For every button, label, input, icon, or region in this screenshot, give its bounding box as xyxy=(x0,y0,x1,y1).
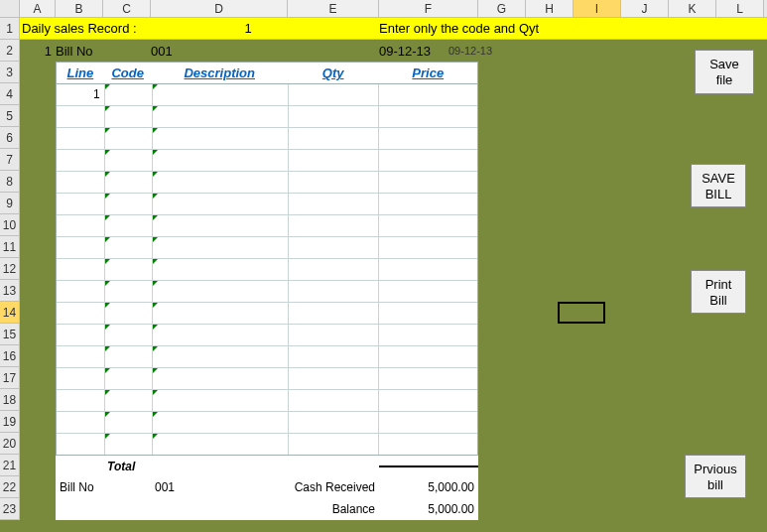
col-header-B[interactable]: B xyxy=(56,0,103,17)
row-header-2[interactable]: 2 xyxy=(0,40,20,62)
bill-header-code[interactable]: Code xyxy=(104,63,152,83)
cell-line[interactable] xyxy=(57,237,104,258)
cell-code[interactable] xyxy=(104,172,152,193)
cell-desc[interactable] xyxy=(152,194,288,214)
cell-code[interactable] xyxy=(104,106,152,127)
cell-qty[interactable] xyxy=(288,390,379,411)
bill-header-qty[interactable]: Qty xyxy=(288,63,379,83)
row-header-14[interactable]: 14 xyxy=(0,302,20,324)
bill-header-desc[interactable]: Description xyxy=(152,63,288,83)
cell-line[interactable] xyxy=(57,172,104,193)
cell-desc[interactable] xyxy=(152,303,288,324)
cell-line[interactable] xyxy=(57,106,104,127)
col-header-I[interactable]: I xyxy=(574,0,621,17)
row-header-10[interactable]: 10 xyxy=(0,214,20,236)
row-header-22[interactable]: 22 xyxy=(0,476,20,498)
row-header-11[interactable]: 11 xyxy=(0,236,20,258)
row-header-16[interactable]: 16 xyxy=(0,345,20,367)
cell-line[interactable] xyxy=(57,434,104,455)
cell-desc[interactable] xyxy=(152,412,288,433)
cell-price[interactable] xyxy=(378,368,477,389)
row-header-9[interactable]: 9 xyxy=(0,193,20,214)
cell-code[interactable] xyxy=(104,346,152,367)
cell-qty[interactable] xyxy=(288,194,379,214)
col-header-H[interactable]: H xyxy=(526,0,574,17)
cell-price[interactable] xyxy=(378,172,477,193)
col-header-G[interactable]: G xyxy=(478,0,526,17)
row-header-7[interactable]: 7 xyxy=(0,149,20,171)
cell-code[interactable] xyxy=(104,325,152,345)
cell-desc[interactable] xyxy=(152,325,288,345)
cell-code[interactable] xyxy=(104,237,152,258)
cell-line[interactable] xyxy=(57,346,104,367)
previous-bill-button[interactable]: Prvious bill xyxy=(685,455,746,498)
bill-header-price[interactable]: Price xyxy=(378,63,477,83)
cell-price[interactable] xyxy=(378,303,477,324)
cell-desc[interactable] xyxy=(152,150,288,171)
cell-price[interactable] xyxy=(378,412,477,433)
cell-qty[interactable] xyxy=(288,84,379,105)
cell-qty[interactable] xyxy=(288,368,379,389)
cell-desc[interactable] xyxy=(152,368,288,389)
cell-qty[interactable] xyxy=(288,281,379,302)
cell-price[interactable] xyxy=(378,237,477,258)
cell-code[interactable] xyxy=(104,303,152,324)
col-header-D[interactable]: D xyxy=(151,0,288,17)
cell-desc[interactable] xyxy=(152,434,288,455)
cell-price[interactable] xyxy=(378,84,477,105)
cell-line[interactable] xyxy=(57,303,104,324)
cell-price[interactable] xyxy=(378,434,477,455)
cell-price[interactable] xyxy=(378,259,477,280)
col-header-K[interactable]: K xyxy=(669,0,716,17)
bill-header-line[interactable]: Line xyxy=(57,63,104,83)
col-header-E[interactable]: E xyxy=(288,0,379,17)
cell-desc[interactable] xyxy=(152,215,288,236)
cell-price[interactable] xyxy=(378,128,477,149)
cell-line[interactable] xyxy=(57,412,104,433)
row-header-3[interactable]: 3 xyxy=(0,62,20,83)
cell-line[interactable] xyxy=(57,281,104,302)
cell-qty[interactable] xyxy=(288,412,379,433)
cell-line[interactable] xyxy=(57,215,104,236)
cell-desc[interactable] xyxy=(152,259,288,280)
save-file-button[interactable]: Save file xyxy=(695,50,754,94)
cell-price[interactable] xyxy=(378,390,477,411)
cell-line[interactable]: 1 xyxy=(57,84,104,105)
cell-code[interactable] xyxy=(104,412,152,433)
cell-qty[interactable] xyxy=(288,346,379,367)
cell-price[interactable] xyxy=(378,325,477,345)
cell-desc[interactable] xyxy=(152,84,288,105)
row-header-5[interactable]: 5 xyxy=(0,105,20,127)
cell-qty[interactable] xyxy=(288,325,379,345)
cell-price[interactable] xyxy=(378,106,477,127)
row-header-13[interactable]: 13 xyxy=(0,280,20,302)
cell-qty[interactable] xyxy=(288,215,379,236)
cell-price[interactable] xyxy=(378,215,477,236)
cell-line[interactable] xyxy=(57,390,104,411)
col-header-C[interactable]: C xyxy=(103,0,151,17)
cell-price[interactable] xyxy=(378,346,477,367)
cell-desc[interactable] xyxy=(152,128,288,149)
select-all-corner[interactable] xyxy=(0,0,20,17)
cell-code[interactable] xyxy=(104,215,152,236)
row-header-19[interactable]: 19 xyxy=(0,411,20,433)
cell-line[interactable] xyxy=(57,368,104,389)
cell-desc[interactable] xyxy=(152,346,288,367)
row-header-20[interactable]: 20 xyxy=(0,433,20,455)
col-header-F[interactable]: F xyxy=(379,0,478,17)
row-header-21[interactable]: 21 xyxy=(0,455,20,476)
cell-desc[interactable] xyxy=(152,106,288,127)
col-header-A[interactable]: A xyxy=(20,0,56,17)
cell-desc[interactable] xyxy=(152,237,288,258)
cell-line[interactable] xyxy=(57,259,104,280)
print-bill-button[interactable]: Print Bill xyxy=(691,270,746,314)
col-header-L[interactable]: L xyxy=(716,0,764,17)
col-header-J[interactable]: J xyxy=(621,0,669,17)
row-header-8[interactable]: 8 xyxy=(0,171,20,193)
cell-code[interactable] xyxy=(104,194,152,214)
cell-line[interactable] xyxy=(57,194,104,214)
save-bill-button[interactable]: SAVE BILL xyxy=(691,164,746,207)
cell-qty[interactable] xyxy=(288,172,379,193)
cell-code[interactable] xyxy=(104,84,152,105)
row-header-12[interactable]: 12 xyxy=(0,258,20,280)
